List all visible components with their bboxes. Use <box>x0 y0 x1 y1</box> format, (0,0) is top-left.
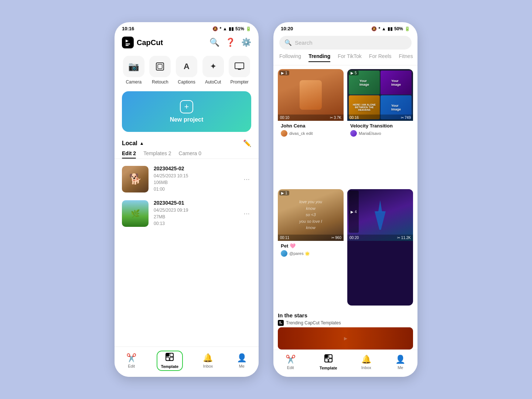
template-card-john-cena[interactable]: ▶1 00:10 ✂ 3.7K John Cena divas_ck edit <box>278 69 344 185</box>
bluetooth-icon: * <box>219 26 221 31</box>
john-avatar <box>281 130 287 137</box>
stars-preview-strip[interactable]: ▶ <box>278 327 413 349</box>
search-bar[interactable]: 🔍 Search <box>279 36 412 50</box>
pet-clip-badge: ▶1 <box>279 191 289 195</box>
project-date-1: 04/25/2023 10:15 <box>154 173 237 179</box>
velocity-overlay: YourImage YourImage HERE I AM ALONE BETW… <box>347 69 413 121</box>
help-icon[interactable]: ❓ <box>225 38 235 47</box>
wifi-icon: ▲ <box>223 26 227 31</box>
john-clip-badge: ▶1 <box>279 71 289 75</box>
in-stars-subtitle: Trending CapCut Templates <box>278 320 413 326</box>
svg-rect-15 <box>278 320 284 326</box>
search-bar-icon: 🔍 <box>284 39 292 46</box>
stars-info-bar: 00:20 ✂ 11.2K <box>347 235 413 241</box>
project-info-1: 20230425-02 04/25/2023 10:15 106MB 01:00 <box>154 166 237 192</box>
signal-icon: ▮▮ <box>229 26 234 31</box>
battery-level-2: 50% <box>394 26 403 31</box>
cat-fitness[interactable]: Fitnes <box>399 53 413 62</box>
phone-1: 10:16 🔕 * ▲ ▮▮ 51% 🔋 CapCut 🔍 ❓ ⚙️ <box>115 22 259 377</box>
in-stars-title: In the stars <box>278 312 413 318</box>
nav-edit-2[interactable]: ✂️ Edit <box>282 354 299 371</box>
prompter-icon <box>229 56 250 77</box>
nav-template-2[interactable]: Template <box>316 354 341 371</box>
nav-inbox-2[interactable]: 🔔 Inbox <box>358 354 375 371</box>
pet-info-bar: 00:11 ✂ 960 <box>278 235 344 241</box>
project-list: 🐕 20230425-02 04/25/2023 10:15 106MB 01:… <box>115 159 259 347</box>
settings-icon[interactable]: ⚙️ <box>241 38 251 47</box>
cat-following[interactable]: Following <box>279 53 301 62</box>
nav-inbox-1[interactable]: 🔔 Inbox <box>199 352 216 369</box>
stars-uses: ✂ 11.2K <box>397 236 411 240</box>
inbox-nav-icon: 🔔 <box>203 353 213 363</box>
template-nav-icon <box>166 353 174 363</box>
template-card-pet[interactable]: love you you knowso <3you so love I know… <box>278 189 344 306</box>
nav-edit-1[interactable]: ✂️ Edit <box>123 352 140 369</box>
template-card-velocity[interactable]: YourImage YourImage HERE I AM ALONE BETW… <box>347 69 413 185</box>
template-card-stars[interactable]: ▶4 00:20 ✂ 11.2K <box>347 189 413 306</box>
autocut-icon: ✦ <box>202 56 224 77</box>
project-thumbnail-dog: 🐕 <box>122 166 149 192</box>
pet-meta: Pet 🩷 @pares 🌟 <box>278 241 344 259</box>
pet-uses: ✂ 960 <box>331 236 341 240</box>
pet-avatar <box>281 250 287 257</box>
john-author-name: divas_ck edit <box>289 131 313 136</box>
me-nav-icon: 👤 <box>237 353 247 363</box>
nav-me-label-1: Me <box>239 364 245 368</box>
project-meta-1: 04/25/2023 10:15 106MB 01:00 <box>154 173 237 192</box>
local-tabs: Edit 2 Templates 2 Camera 0 <box>115 149 259 159</box>
nav-me-2[interactable]: 👤 Me <box>392 354 409 371</box>
edit-nav-icon-2: ✂️ <box>286 355 296 364</box>
stars-duration: 00:20 <box>349 236 359 240</box>
tab-templates[interactable]: Templates 2 <box>143 150 171 158</box>
project-size-1: 106MB <box>154 179 237 186</box>
app-header-1: CapCut 🔍 ❓ ⚙️ <box>115 34 259 52</box>
status-icons-1: 🔕 * ▲ ▮▮ 51% 🔋 <box>212 26 251 31</box>
project-item-2[interactable]: 🌿 20230425-01 04/25/2023 09:19 27MB 00:1… <box>122 196 251 231</box>
tool-prompter-label: Prompter <box>230 79 248 85</box>
search-header-icon[interactable]: 🔍 <box>209 38 219 47</box>
template-nav-icon-2 <box>324 354 332 365</box>
retouch-icon <box>149 56 171 77</box>
tab-edit[interactable]: Edit 2 <box>122 150 136 158</box>
svg-rect-0 <box>122 37 134 48</box>
tab-camera[interactable]: Camera 0 <box>179 150 201 158</box>
project-more-icon-2[interactable]: ··· <box>242 208 251 219</box>
cat-tiktok[interactable]: For TikTok <box>338 53 362 62</box>
john-title: John Cena <box>281 123 341 129</box>
nav-template-label-2: Template <box>320 366 337 370</box>
pet-text-overlay: love you you knowso <3you so love I know <box>294 199 327 231</box>
tool-retouch[interactable]: Retouch <box>149 56 171 85</box>
project-item-1[interactable]: 🐕 20230425-02 04/25/2023 10:15 106MB 01:… <box>122 162 251 196</box>
plus-icon: + <box>180 100 193 113</box>
header-actions-1: 🔍 ❓ ⚙️ <box>209 38 251 47</box>
cat-reels[interactable]: For Reels <box>369 53 392 62</box>
new-project-button[interactable]: + New project <box>122 91 251 132</box>
notification-icon: 🔕 <box>212 26 218 31</box>
local-edit-icon[interactable]: ✏️ <box>243 139 251 147</box>
nav-inbox-label-2: Inbox <box>361 365 371 370</box>
project-thumb-1: 🐕 <box>122 166 149 192</box>
velocity-author-row: MariaElsavo <box>350 130 410 137</box>
template-grid: ▶1 00:10 ✂ 3.7K John Cena divas_ck edit … <box>273 65 417 309</box>
tool-camera[interactable]: 📷 Camera <box>123 56 144 85</box>
tool-prompter[interactable]: Prompter <box>229 56 250 85</box>
bluetooth-icon-2: * <box>378 26 380 31</box>
status-bar-1: 10:16 🔕 * ▲ ▮▮ 51% 🔋 <box>115 22 259 34</box>
local-label: Local <box>122 140 137 147</box>
tool-captions[interactable]: A Captions <box>176 56 197 85</box>
stars-preview-label: ▶ <box>344 336 347 341</box>
nav-inbox-label-1: Inbox <box>203 364 213 368</box>
search-bar-input[interactable]: Search <box>295 40 313 46</box>
nav-edit-label-2: Edit <box>287 365 294 370</box>
svg-rect-5 <box>235 63 244 69</box>
john-cena-img: ▶1 00:10 ✂ 3.7K <box>278 69 344 121</box>
svg-rect-14 <box>376 211 385 212</box>
velocity-author-name: MariaElsavo <box>359 131 381 136</box>
project-more-icon-1[interactable]: ··· <box>242 173 251 185</box>
nav-template-1[interactable]: Template <box>157 351 183 371</box>
nav-me-1[interactable]: 👤 Me <box>233 352 250 369</box>
cat-trending[interactable]: Trending <box>308 53 330 62</box>
nav-template-label-1: Template <box>161 364 178 369</box>
tool-autocut[interactable]: ✦ AutoCut <box>202 56 224 85</box>
velocity-info-bar: 00:16 ✂ 749 <box>347 115 413 121</box>
